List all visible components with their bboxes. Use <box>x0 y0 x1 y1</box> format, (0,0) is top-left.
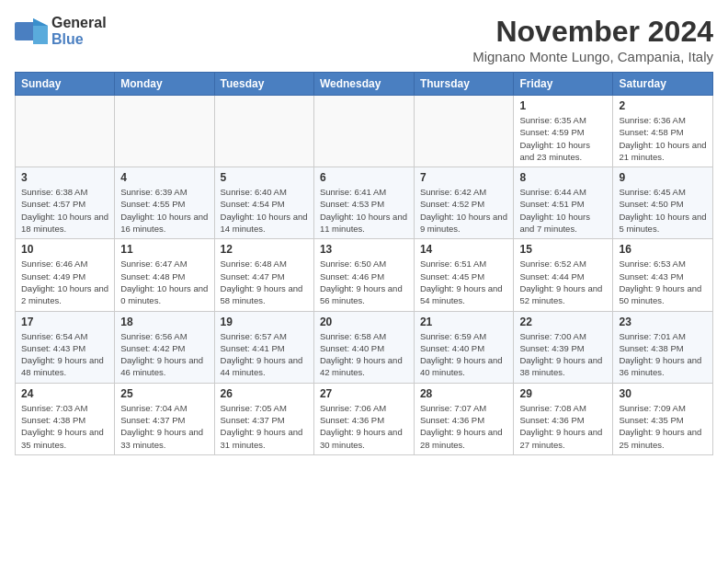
calendar-cell <box>214 96 313 167</box>
calendar-cell: 8Sunrise: 6:44 AM Sunset: 4:51 PM Daylig… <box>514 167 613 239</box>
day-number: 8 <box>519 171 607 184</box>
logo-text-line2: Blue <box>51 31 107 48</box>
day-info: Sunrise: 6:59 AM Sunset: 4:40 PM Dayligh… <box>420 330 508 379</box>
day-number: 20 <box>320 316 408 328</box>
day-info: Sunrise: 6:54 AM Sunset: 4:43 PM Dayligh… <box>21 330 108 379</box>
calendar-cell: 13Sunrise: 6:50 AM Sunset: 4:46 PM Dayli… <box>313 239 414 311</box>
calendar-cell: 28Sunrise: 7:07 AM Sunset: 4:36 PM Dayli… <box>414 383 514 454</box>
day-info: Sunrise: 6:39 AM Sunset: 4:55 PM Dayligh… <box>120 186 208 235</box>
calendar-cell: 12Sunrise: 6:48 AM Sunset: 4:47 PM Dayli… <box>214 239 313 311</box>
calendar-cell: 3Sunrise: 6:38 AM Sunset: 4:57 PM Daylig… <box>16 167 115 239</box>
day-number: 6 <box>320 171 408 184</box>
day-number: 12 <box>221 243 308 256</box>
day-info: Sunrise: 6:48 AM Sunset: 4:47 PM Dayligh… <box>221 258 308 306</box>
calendar-table: SundayMondayTuesdayWednesdayThursdayFrid… <box>15 72 713 455</box>
calendar-cell <box>414 96 514 167</box>
calendar-week-row: 10Sunrise: 6:46 AM Sunset: 4:49 PM Dayli… <box>16 239 713 311</box>
calendar-cell <box>115 96 214 167</box>
calendar-header-row: SundayMondayTuesdayWednesdayThursdayFrid… <box>16 73 713 96</box>
weekday-header: Saturday <box>613 73 713 96</box>
day-number: 19 <box>221 316 308 328</box>
svg-marker-2 <box>33 18 48 26</box>
day-info: Sunrise: 7:07 AM Sunset: 4:36 PM Dayligh… <box>420 402 508 451</box>
day-info: Sunrise: 7:06 AM Sunset: 4:36 PM Dayligh… <box>320 402 408 451</box>
calendar-cell: 14Sunrise: 6:51 AM Sunset: 4:45 PM Dayli… <box>414 239 514 311</box>
day-info: Sunrise: 7:01 AM Sunset: 4:38 PM Dayligh… <box>619 330 707 379</box>
day-info: Sunrise: 6:47 AM Sunset: 4:48 PM Dayligh… <box>120 258 208 306</box>
calendar-cell <box>16 96 115 167</box>
day-number: 21 <box>420 316 508 328</box>
day-info: Sunrise: 6:42 AM Sunset: 4:52 PM Dayligh… <box>420 186 508 235</box>
day-info: Sunrise: 6:53 AM Sunset: 4:43 PM Dayligh… <box>619 258 707 306</box>
weekday-header: Thursday <box>414 73 514 96</box>
day-info: Sunrise: 6:46 AM Sunset: 4:49 PM Dayligh… <box>21 258 108 306</box>
month-title: November 2024 <box>472 15 713 49</box>
day-number: 30 <box>619 387 707 400</box>
day-number: 11 <box>120 243 208 256</box>
day-number: 26 <box>221 387 308 400</box>
day-number: 24 <box>21 387 108 400</box>
day-info: Sunrise: 6:56 AM Sunset: 4:42 PM Dayligh… <box>120 330 208 379</box>
day-number: 5 <box>221 171 308 184</box>
day-info: Sunrise: 6:44 AM Sunset: 4:51 PM Dayligh… <box>519 186 607 235</box>
day-info: Sunrise: 6:50 AM Sunset: 4:46 PM Dayligh… <box>320 258 408 306</box>
day-info: Sunrise: 7:05 AM Sunset: 4:37 PM Dayligh… <box>221 402 308 451</box>
calendar-cell: 11Sunrise: 6:47 AM Sunset: 4:48 PM Dayli… <box>115 239 214 311</box>
calendar-cell: 30Sunrise: 7:09 AM Sunset: 4:35 PM Dayli… <box>613 383 713 454</box>
calendar-cell: 9Sunrise: 6:45 AM Sunset: 4:50 PM Daylig… <box>613 167 713 239</box>
day-number: 14 <box>420 243 508 256</box>
day-number: 2 <box>619 99 707 112</box>
day-info: Sunrise: 6:38 AM Sunset: 4:57 PM Dayligh… <box>21 186 108 235</box>
calendar-cell: 22Sunrise: 7:00 AM Sunset: 4:39 PM Dayli… <box>514 311 613 383</box>
weekday-header: Friday <box>514 73 613 96</box>
svg-rect-0 <box>15 22 35 40</box>
calendar-cell: 19Sunrise: 6:57 AM Sunset: 4:41 PM Dayli… <box>214 311 313 383</box>
location-title: Mignano Monte Lungo, Campania, Italy <box>472 49 713 64</box>
weekday-header: Tuesday <box>214 73 313 96</box>
day-info: Sunrise: 7:03 AM Sunset: 4:38 PM Dayligh… <box>21 402 108 451</box>
calendar-cell: 26Sunrise: 7:05 AM Sunset: 4:37 PM Dayli… <box>214 383 313 454</box>
day-info: Sunrise: 7:09 AM Sunset: 4:35 PM Dayligh… <box>619 402 707 451</box>
day-number: 3 <box>21 171 108 184</box>
day-info: Sunrise: 6:41 AM Sunset: 4:53 PM Dayligh… <box>320 186 408 235</box>
day-info: Sunrise: 7:08 AM Sunset: 4:36 PM Dayligh… <box>519 402 607 451</box>
calendar-week-row: 3Sunrise: 6:38 AM Sunset: 4:57 PM Daylig… <box>16 167 713 239</box>
calendar-cell: 7Sunrise: 6:42 AM Sunset: 4:52 PM Daylig… <box>414 167 514 239</box>
calendar-cell: 27Sunrise: 7:06 AM Sunset: 4:36 PM Dayli… <box>313 383 414 454</box>
calendar-cell: 16Sunrise: 6:53 AM Sunset: 4:43 PM Dayli… <box>613 239 713 311</box>
day-number: 7 <box>420 171 508 184</box>
day-number: 25 <box>120 387 208 400</box>
day-info: Sunrise: 6:40 AM Sunset: 4:54 PM Dayligh… <box>221 186 308 235</box>
calendar-cell: 4Sunrise: 6:39 AM Sunset: 4:55 PM Daylig… <box>115 167 214 239</box>
logo: General Blue <box>15 15 107 47</box>
day-info: Sunrise: 6:52 AM Sunset: 4:44 PM Dayligh… <box>519 258 607 306</box>
calendar-cell: 24Sunrise: 7:03 AM Sunset: 4:38 PM Dayli… <box>16 383 115 454</box>
day-number: 13 <box>320 243 408 256</box>
day-number: 18 <box>120 316 208 328</box>
day-number: 1 <box>519 99 607 112</box>
weekday-header: Sunday <box>16 73 115 96</box>
calendar-cell: 21Sunrise: 6:59 AM Sunset: 4:40 PM Dayli… <box>414 311 514 383</box>
weekday-header: Wednesday <box>313 73 414 96</box>
calendar-cell: 1Sunrise: 6:35 AM Sunset: 4:59 PM Daylig… <box>514 96 613 167</box>
day-number: 15 <box>519 243 607 256</box>
calendar-cell: 25Sunrise: 7:04 AM Sunset: 4:37 PM Dayli… <box>115 383 214 454</box>
day-number: 16 <box>619 243 707 256</box>
day-number: 10 <box>21 243 108 256</box>
calendar-cell: 10Sunrise: 6:46 AM Sunset: 4:49 PM Dayli… <box>16 239 115 311</box>
day-info: Sunrise: 6:35 AM Sunset: 4:59 PM Dayligh… <box>519 114 607 163</box>
calendar-cell: 18Sunrise: 6:56 AM Sunset: 4:42 PM Dayli… <box>115 311 214 383</box>
logo-icon <box>15 18 48 44</box>
calendar-cell: 5Sunrise: 6:40 AM Sunset: 4:54 PM Daylig… <box>214 167 313 239</box>
day-info: Sunrise: 7:00 AM Sunset: 4:39 PM Dayligh… <box>519 330 607 379</box>
day-number: 23 <box>619 316 707 328</box>
calendar-cell: 6Sunrise: 6:41 AM Sunset: 4:53 PM Daylig… <box>313 167 414 239</box>
page-header: General Blue November 2024 Mignano Monte… <box>15 15 713 64</box>
day-info: Sunrise: 6:58 AM Sunset: 4:40 PM Dayligh… <box>320 330 408 379</box>
day-number: 9 <box>619 171 707 184</box>
calendar-week-row: 24Sunrise: 7:03 AM Sunset: 4:38 PM Dayli… <box>16 383 713 454</box>
calendar-cell: 2Sunrise: 6:36 AM Sunset: 4:58 PM Daylig… <box>613 96 713 167</box>
day-info: Sunrise: 7:04 AM Sunset: 4:37 PM Dayligh… <box>120 402 208 451</box>
calendar-cell: 17Sunrise: 6:54 AM Sunset: 4:43 PM Dayli… <box>16 311 115 383</box>
title-section: November 2024 Mignano Monte Lungo, Campa… <box>472 15 713 64</box>
